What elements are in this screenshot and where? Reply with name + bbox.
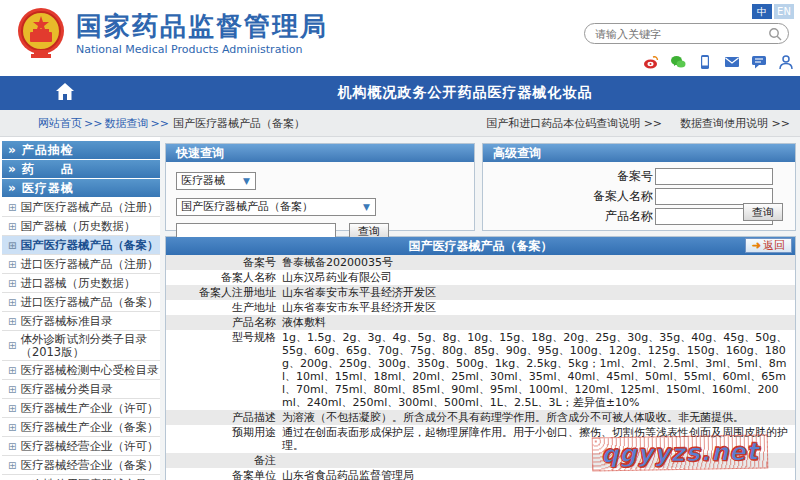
- detail-row-value: 山东省泰安市东平县经济开发区: [282, 301, 795, 314]
- help-link[interactable]: 数据查询使用说明 >>: [680, 116, 790, 131]
- sidebar-item[interactable]: » ⊞ 进口医疗器械产品（备案）: [2, 293, 160, 312]
- sidebar-item-label: 医疗器械生产企业（许可）: [20, 401, 158, 416]
- expand-icon: ⊞: [8, 316, 16, 327]
- advanced-search-button[interactable]: 查询: [743, 203, 783, 221]
- sidebar-item-label: 国产器械（历史数据）: [20, 219, 135, 234]
- back-button[interactable]: ➜返回: [745, 238, 792, 253]
- sidebar-item[interactable]: » ⊞ 医疗器械生产企业（备案）: [2, 418, 160, 437]
- nav-item-label[interactable]: 药品: [458, 84, 488, 100]
- breadcrumb-link[interactable]: 网站首页: [38, 117, 82, 130]
- chevrons-icon: »: [8, 181, 17, 195]
- sidebar-item-label: 医疗器械标准目录: [20, 314, 112, 329]
- site-subtitle: National Medical Products Administration: [76, 43, 328, 56]
- nav-item-label[interactable]: 医疗器械: [488, 84, 548, 100]
- sidebar-item[interactable]: » ⊞ 进口医疗器械产品（注册）: [2, 255, 160, 274]
- expand-icon: ⊞: [8, 202, 16, 213]
- sidebar-item-label: 产品抽检: [22, 142, 74, 159]
- breadcrumb-separator: >>: [150, 117, 168, 130]
- breadcrumb: 网站首页>>数据查询>> 国产医疗器械产品（备案）: [38, 116, 305, 131]
- sidebar-item-label: 国产医疗器械产品（注册）: [20, 200, 158, 215]
- detail-row: 备案人名称 山东汉昂药业有限公司: [166, 270, 795, 285]
- expand-icon: ⊞: [8, 441, 16, 452]
- expand-icon: ⊞: [8, 221, 16, 232]
- detail-row: 备案单位 山东省食品药品监督管理局: [166, 468, 795, 480]
- sidebar-item[interactable]: » ⊞ 医疗器械: [2, 179, 160, 198]
- mail-icon[interactable]: [724, 54, 740, 70]
- wechat-icon[interactable]: [670, 54, 686, 70]
- advanced-search-row: 备案人名称: [483, 188, 787, 205]
- help-link[interactable]: 国产和进口药品本位码查询说明 >>: [486, 116, 662, 131]
- detail-row: 生产地址 山东省泰安市东平县经济开发区: [166, 300, 795, 315]
- site-search-input[interactable]: [595, 26, 765, 41]
- sidebar-item-label: 医疗器械经营企业（许可）: [20, 439, 158, 454]
- detail-row-label: 预期用途: [166, 426, 282, 452]
- language-switch: 中 EN: [584, 4, 794, 19]
- detail-row-value: 液体敷料: [282, 316, 795, 329]
- expand-icon: ⊞: [8, 384, 16, 395]
- detail-row-value: 鲁泰械备20200035号: [282, 256, 795, 269]
- expand-icon: ⊞: [8, 297, 16, 308]
- header-utilities: 中 EN: [584, 4, 794, 70]
- sidebar-item-label: 一次性使用医疗器械产品: [20, 477, 147, 480]
- site-header: 国家药品监督管理局 National Medical Products Admi…: [0, 0, 800, 76]
- nav-item-label[interactable]: 政务公开: [398, 84, 458, 100]
- detail-row-label: 备案单位: [166, 469, 282, 480]
- site-title: 国家药品监督管理局: [76, 11, 328, 41]
- expand-icon: ⊞: [8, 259, 16, 270]
- lang-zh-button[interactable]: 中: [752, 4, 772, 19]
- breadcrumb-bar: 网站首页>>数据查询>> 国产医疗器械产品（备案） 国产和进口药品本位码查询说明…: [0, 110, 800, 137]
- sidebar-item[interactable]: » ⊞ 国产器械（历史数据）: [2, 217, 160, 236]
- sidebar-item[interactable]: » ⊞ 医疗器械检测中心受检目录: [2, 361, 160, 380]
- sidebar-item[interactable]: » ⊞ 药 品: [2, 160, 160, 179]
- detail-row: 备案号 鲁泰械备20200035号: [166, 255, 795, 270]
- detail-row-label: 产品名称: [166, 316, 282, 329]
- mobile-icon[interactable]: [697, 54, 713, 70]
- sidebar-item[interactable]: » ⊞ 一次性使用医疗器械产品: [2, 475, 160, 480]
- sidebar-item[interactable]: » ⊞ 体外诊断试剂分类子目录（2013版）: [2, 331, 160, 361]
- sidebar-item[interactable]: » ⊞ 医疗器械生产企业（许可）: [2, 399, 160, 418]
- sidebar-item-label: 医疗器械生产企业（备案）: [20, 420, 158, 435]
- sidebar-item[interactable]: » ⊞ 医疗器械经营企业（许可）: [2, 437, 160, 456]
- sidebar-item[interactable]: » ⊞ 产品抽检: [2, 141, 160, 160]
- quick-search-title: 快速查询: [166, 144, 474, 162]
- user-icon[interactable]: [778, 54, 794, 70]
- breadcrumb-link[interactable]: 数据查询: [104, 117, 148, 130]
- detail-row: 型号规格 1g、1.5g、2g、3g、4g、5g、8g、10g、15g、18g、…: [166, 330, 795, 410]
- detail-row-label: 备案人注册地址: [166, 286, 282, 299]
- sidebar-item[interactable]: » ⊞ 国产医疗器械产品（备案）: [2, 236, 160, 255]
- main-nav: 机构概况政务公开药品医疗器械化妆品: [0, 76, 800, 110]
- breadcrumb-separator: >>: [84, 117, 102, 130]
- sidebar-item[interactable]: » ⊞ 国产医疗器械产品（注册）: [2, 198, 160, 217]
- message-icon[interactable]: [751, 54, 767, 70]
- sidebar-item[interactable]: » ⊞ 进口器械（历史数据）: [2, 274, 160, 293]
- sidebar-item-label: 医疗器械: [22, 180, 74, 197]
- field-input[interactable]: [655, 168, 773, 185]
- sidebar-item[interactable]: » ⊞ 医疗器械经营企业（备案）: [2, 456, 160, 475]
- nav-home[interactable]: [0, 83, 130, 104]
- sidebar-item-label: 进口医疗器械产品（备案）: [20, 295, 158, 310]
- type-select[interactable]: 国产医疗器械产品（备案） ▼: [176, 198, 376, 216]
- chevron-down-icon: ▼: [240, 175, 253, 187]
- nav-item-label[interactable]: 化妆品: [548, 84, 593, 100]
- sidebar-item[interactable]: » ⊞ 医疗器械分类目录: [2, 380, 160, 399]
- expand-icon: ⊞: [8, 278, 16, 289]
- field-label: 备案人名称: [578, 188, 653, 205]
- sidebar-item[interactable]: » ⊞ 医疗器械标准目录: [2, 312, 160, 331]
- nav-item-label[interactable]: 机构概况: [338, 84, 398, 100]
- weibo-icon[interactable]: [643, 54, 659, 70]
- detail-row-value: 山东省食品药品监督管理局: [282, 469, 795, 480]
- detail-row-label: 备注: [166, 454, 282, 467]
- detail-row-label: 备案号: [166, 256, 282, 269]
- sidebar-item-label: 医疗器械经营企业（备案）: [20, 458, 158, 473]
- advanced-search-panel: 高级查询 备案号 备案人名称: [482, 143, 796, 231]
- detail-row-label: 型号规格: [166, 331, 282, 409]
- search-icon[interactable]: [768, 27, 782, 41]
- lang-en-button[interactable]: EN: [774, 4, 794, 19]
- category-select[interactable]: 医疗器械 ▼: [176, 172, 256, 190]
- expand-icon: ⊞: [8, 365, 16, 376]
- sidebar-item-label: 体外诊断试剂分类子目录（2013版）: [20, 333, 160, 359]
- detail-row: 备案人注册地址 山东省泰安市东平县经济开发区: [166, 285, 795, 300]
- social-icons: [584, 54, 794, 70]
- page: 国家药品监督管理局 National Medical Products Admi…: [0, 0, 800, 480]
- search-panels: 快速查询 医疗器械 ▼ 国产医疗器械产品（备案） ▼: [165, 143, 796, 231]
